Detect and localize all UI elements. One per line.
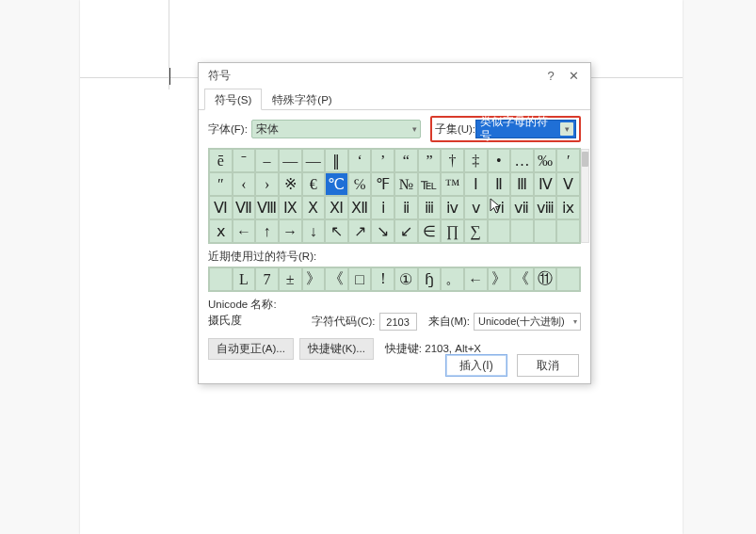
dialog-body: 字体(F): 宋体 ▾ 子集(U): 类似字母的符号 ▾ ēˉ–—―‖‘’“”†… — [199, 110, 590, 360]
char-cell[interactable]: ℡ — [418, 172, 442, 196]
char-cell[interactable]: ⅹ — [209, 219, 233, 243]
char-cell[interactable]: ⅱ — [394, 196, 418, 219]
scrollbar-thumb[interactable] — [582, 152, 588, 167]
char-cell[interactable] — [534, 219, 557, 243]
char-cell[interactable]: ˉ — [233, 149, 256, 172]
from-select[interactable]: Unicode(十六进制) ▾ — [474, 313, 581, 331]
char-cell[interactable]: Ⅱ — [488, 172, 511, 196]
tab-special-chars[interactable]: 特殊字符(P) — [262, 89, 342, 110]
char-cell[interactable]: ‰ — [534, 149, 557, 172]
recent-cell[interactable]: ± — [279, 267, 302, 291]
char-cell[interactable]: Ⅵ — [209, 196, 233, 219]
char-cell[interactable]: ⅵ — [488, 196, 511, 219]
char-cell[interactable]: ē — [209, 149, 233, 172]
char-cell[interactable]: Ⅶ — [233, 196, 256, 219]
recent-cell[interactable]: □ — [348, 267, 372, 291]
char-cell[interactable]: ℉ — [371, 172, 394, 196]
char-cell[interactable] — [510, 219, 534, 243]
recent-cell[interactable]: 。 — [441, 267, 464, 291]
recent-cell[interactable]: 》 — [302, 267, 326, 291]
char-cell[interactable]: ’ — [371, 149, 394, 172]
char-cell[interactable]: ⅴ — [464, 196, 488, 219]
char-cell[interactable]: ‹ — [233, 172, 256, 196]
char-code-input[interactable]: 2103 — [379, 313, 417, 331]
char-cell[interactable]: — — [279, 149, 302, 172]
char-cell[interactable]: ∏ — [441, 219, 464, 243]
symbol-dialog: 符号 ? ✕ 符号(S) 特殊字符(P) 字体(F): 宋体 ▾ 子集(U): … — [198, 62, 591, 384]
help-button[interactable]: ? — [539, 69, 562, 83]
char-cell[interactable]: Ⅷ — [255, 196, 279, 219]
char-cell[interactable]: ∈ — [418, 219, 442, 243]
char-cell[interactable]: • — [488, 149, 511, 172]
char-cell[interactable]: Ⅺ — [325, 196, 348, 219]
insert-button[interactable]: 插入(I) — [445, 354, 507, 377]
char-cell[interactable]: ‖ — [325, 149, 348, 172]
char-cell[interactable] — [488, 219, 511, 243]
cancel-button[interactable]: 取消 — [517, 354, 579, 377]
char-cell[interactable]: ― — [302, 149, 326, 172]
dialog-titlebar[interactable]: 符号 ? ✕ — [199, 63, 590, 88]
char-cell[interactable] — [556, 219, 580, 243]
char-cell[interactable]: ⅶ — [510, 196, 534, 219]
char-cell[interactable]: ↙ — [394, 219, 418, 243]
char-cell[interactable]: ↘ — [371, 219, 394, 243]
char-cell[interactable]: ™ — [441, 172, 464, 196]
character-grid[interactable]: ēˉ–—―‖‘’“”†‡•…‰′″‹›※€℃℅℉№℡™ⅠⅡⅢⅣⅤⅥⅦⅧⅨⅩⅪⅫⅰ… — [208, 148, 581, 244]
char-cell[interactable]: ⅲ — [418, 196, 442, 219]
char-cell[interactable]: Ⅴ — [556, 172, 580, 196]
subset-select[interactable]: 类似字母的符号 ▾ — [475, 120, 576, 138]
char-cell[interactable]: ℃ — [325, 172, 348, 196]
char-cell[interactable]: ※ — [279, 172, 302, 196]
char-cell[interactable]: † — [441, 149, 464, 172]
char-cell[interactable]: ′ — [556, 149, 580, 172]
char-cell[interactable]: Ⅻ — [348, 196, 372, 219]
from-select-value: Unicode(十六进制) — [478, 315, 565, 329]
recent-cell[interactable]: ！ — [371, 267, 394, 291]
char-cell[interactable]: ↓ — [302, 219, 326, 243]
char-cell[interactable]: ” — [418, 149, 442, 172]
char-cell[interactable]: Ⅸ — [279, 196, 302, 219]
recent-cell[interactable]: ← — [464, 267, 488, 291]
char-cell[interactable]: Ⅹ — [302, 196, 326, 219]
char-cell[interactable]: ‡ — [464, 149, 488, 172]
char-cell[interactable]: € — [302, 172, 326, 196]
char-cell[interactable]: “ — [394, 149, 418, 172]
char-cell[interactable]: ″ — [209, 172, 233, 196]
char-cell[interactable]: → — [279, 219, 302, 243]
char-cell[interactable]: › — [255, 172, 279, 196]
char-cell[interactable]: ‘ — [348, 149, 372, 172]
recent-cell[interactable]: ① — [394, 267, 418, 291]
char-cell[interactable]: ↖ — [325, 219, 348, 243]
subset-label: 子集(U): — [435, 122, 475, 137]
char-cell[interactable]: ↗ — [348, 219, 372, 243]
recent-cell[interactable]: L — [233, 267, 256, 291]
char-cell[interactable]: ⅰ — [371, 196, 394, 219]
char-cell[interactable]: № — [394, 172, 418, 196]
recent-cell[interactable] — [556, 267, 580, 291]
recent-cell[interactable]: 》 — [488, 267, 511, 291]
recent-cell[interactable]: 《 — [510, 267, 534, 291]
font-select[interactable]: 宋体 ▾ — [251, 120, 421, 138]
scrollbar-track[interactable] — [581, 149, 589, 243]
recent-cell[interactable]: 《 — [325, 267, 348, 291]
dialog-title: 符号 — [208, 68, 539, 84]
char-cell[interactable]: ← — [233, 219, 256, 243]
recent-grid[interactable]: L7±》《□！①ɧ。←》《⑪ — [208, 267, 581, 292]
tab-symbols[interactable]: 符号(S) — [204, 89, 262, 110]
recent-cell[interactable] — [209, 267, 233, 291]
close-button[interactable]: ✕ — [562, 69, 585, 83]
char-cell[interactable]: ⅷ — [534, 196, 557, 219]
char-cell[interactable]: ℅ — [348, 172, 372, 196]
char-cell[interactable]: ⅸ — [556, 196, 580, 219]
char-cell[interactable]: Ⅲ — [510, 172, 534, 196]
char-cell[interactable]: … — [510, 149, 534, 172]
recent-cell[interactable]: ⑪ — [534, 267, 557, 291]
recent-cell[interactable]: 7 — [255, 267, 279, 291]
char-cell[interactable]: ⅳ — [441, 196, 464, 219]
char-cell[interactable]: Ⅰ — [464, 172, 488, 196]
char-cell[interactable]: – — [255, 149, 279, 172]
char-cell[interactable]: ↑ — [255, 219, 279, 243]
recent-cell[interactable]: ɧ — [418, 267, 442, 291]
char-cell[interactable]: ∑ — [464, 219, 488, 243]
char-cell[interactable]: Ⅳ — [534, 172, 557, 196]
